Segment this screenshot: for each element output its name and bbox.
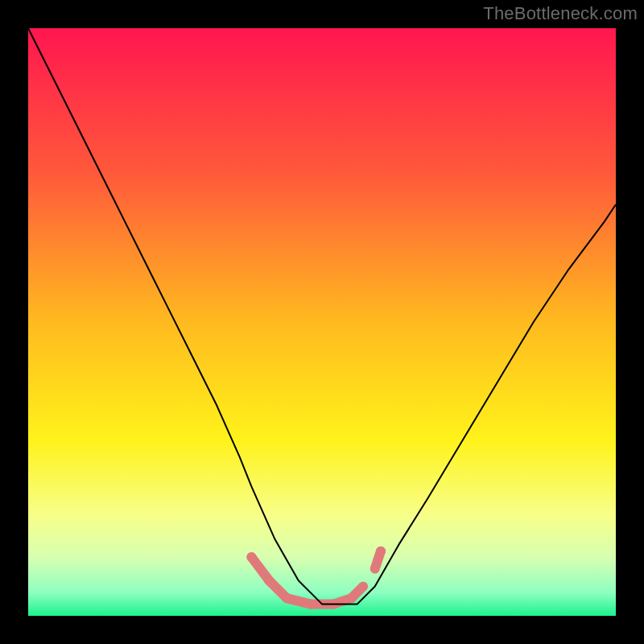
chart-stage: TheBottleneck.com [0, 0, 644, 644]
watermark-text: TheBottleneck.com [483, 3, 638, 24]
gradient-background [28, 28, 616, 616]
marker-cap [246, 552, 256, 562]
marker-cap [376, 547, 386, 556]
plot-area [28, 28, 616, 616]
chart-svg [28, 28, 616, 616]
